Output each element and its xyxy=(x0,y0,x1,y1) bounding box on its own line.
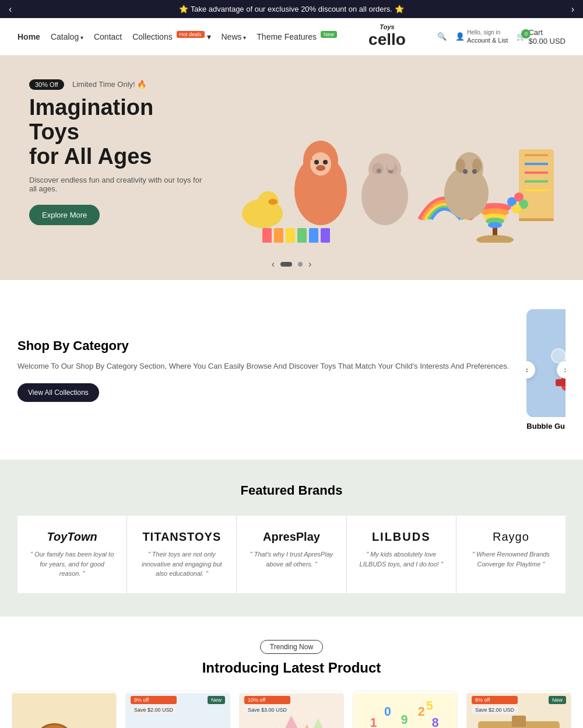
search-button[interactable]: 🔍 xyxy=(437,32,447,41)
product-image-5: 8% off Save $2.00 USD New xyxy=(467,691,571,728)
hero-illustration xyxy=(192,62,566,243)
logo-top: Toys xyxy=(349,24,426,30)
hero-description: Discover endless fun and creativity with… xyxy=(29,176,204,193)
product-card-5[interactable]: 8% off Save $2.00 USD New xyxy=(466,691,571,728)
brands-grid: ToyTown " Our family has been loyal to f… xyxy=(17,516,566,593)
announcement-bar: ‹ ⭐ Take advantage of our exclusive 20% … xyxy=(0,0,583,18)
svg-text:9: 9 xyxy=(401,713,408,726)
nav-home[interactable]: Home xyxy=(17,32,40,41)
svg-point-41 xyxy=(512,204,521,214)
logo-main: cello xyxy=(368,30,406,48)
brand-testimonial-raygo: " Where Renowned Brands Converge for Pla… xyxy=(468,550,554,569)
carousel-next[interactable]: › xyxy=(308,259,311,270)
svg-rect-25 xyxy=(519,149,554,219)
brand-card-raygo[interactable]: Raygo " Where Renowned Brands Converge f… xyxy=(456,516,566,593)
brand-card-titanstoys[interactable]: TITANSTOYS " Their toys are not only inn… xyxy=(127,516,237,593)
brand-testimonial-lilbuds: " My kids absolutely love LILBUDS toys, … xyxy=(359,550,444,569)
product-badges-5: 8% off Save $2.00 USD xyxy=(472,696,518,714)
svg-text:8: 8 xyxy=(432,716,439,728)
carousel-controls: ‹ › xyxy=(0,249,583,280)
discount-badge-5: 8% off xyxy=(472,696,518,704)
nav-collections[interactable]: Collections Hot deals ▾ xyxy=(132,32,210,41)
nav-contact[interactable]: Contact xyxy=(94,32,122,41)
svg-rect-45 xyxy=(297,228,307,243)
brand-card-apresplay[interactable]: ApresPlay " That's why I trust ApresPlay… xyxy=(237,516,346,593)
announcement-prev[interactable]: ‹ xyxy=(9,4,12,15)
svg-rect-55 xyxy=(556,379,566,386)
hero-discount-badge: 30% Off xyxy=(29,79,64,90)
brand-card-lilbuds[interactable]: LILBUDS " My kids absolutely love LILBUD… xyxy=(347,516,456,593)
svg-text:1: 1 xyxy=(370,716,377,728)
cart-button[interactable]: 🛒 0 Cart $0.00 USD xyxy=(517,28,566,46)
announcement-next[interactable]: › xyxy=(571,4,574,15)
carousel-dot-2[interactable] xyxy=(298,262,303,267)
product-card-1[interactable]: Quick Look $23.00 USD Wooden cooking toy… xyxy=(12,691,117,728)
product-image-2: 9% off Save $2.00 USD New Quick Look xyxy=(126,691,230,728)
brand-testimonial-toytown: " Our family has been loyal to for years… xyxy=(29,550,115,579)
new-badge: New xyxy=(321,31,337,38)
hero-content: 30% Off Limited Time Only! 🔥 Imagination… xyxy=(29,79,204,225)
hero-visual xyxy=(175,55,583,249)
featured-brands-title: Featured Brands xyxy=(17,483,566,498)
category-description: Welcome To Our Shop By Category Section,… xyxy=(17,360,509,373)
carousel-prev[interactable]: ‹ xyxy=(272,259,275,270)
announcement-text: ⭐ Take advantage of our exclusive 20% di… xyxy=(179,5,403,13)
main-nav: Home Catalog Contact Collections Hot dea… xyxy=(0,18,583,55)
brand-name-apresplay: ApresPlay xyxy=(248,530,334,544)
trending-pill: Trending Now xyxy=(260,640,323,654)
nav-icons: 🔍 👤 Hello, sign in Account & List 🛒 0 Ca… xyxy=(437,28,566,46)
featured-brands-section: Featured Brands ToyTown " Our family has… xyxy=(0,460,583,617)
hero-title: Imagination Toys for All Ages xyxy=(29,96,204,169)
svg-point-5 xyxy=(310,152,331,176)
discount-badge-2: 9% off xyxy=(131,696,177,704)
hero-section: 30% Off Limited Time Only! 🔥 Imagination… xyxy=(0,55,583,249)
svg-rect-42 xyxy=(262,228,272,243)
svg-rect-46 xyxy=(309,228,318,243)
product-card-3[interactable]: 10% off Save $3.00 USD xyxy=(239,691,344,728)
svg-point-24 xyxy=(476,235,514,243)
svg-point-37 xyxy=(472,169,477,174)
svg-point-9 xyxy=(323,160,328,164)
new-badge-2: New xyxy=(208,696,225,704)
svg-point-36 xyxy=(463,169,468,174)
product-image-1: Quick Look xyxy=(12,691,116,728)
view-all-button[interactable]: View All Collections xyxy=(17,383,99,402)
brand-name-lilbuds: LILBUDS xyxy=(359,530,444,544)
nav-catalog[interactable]: Catalog xyxy=(51,32,83,41)
brand-testimonial-apresplay: " That's why I trust ApresPlay above all… xyxy=(248,550,334,569)
cart-info: Cart $0.00 USD xyxy=(528,28,566,46)
product-card-4[interactable]: 1 0 9 2 8 5 Quick Look $18.00 USD Numbe xyxy=(353,691,458,728)
nav-links: Home Catalog Contact Collections Hot dea… xyxy=(17,32,337,41)
nav-news[interactable]: News xyxy=(222,32,247,41)
svg-rect-44 xyxy=(286,228,295,243)
products-grid: Quick Look $23.00 USD Wooden cooking toy… xyxy=(12,691,571,728)
nav-theme-features[interactable]: Theme Features New xyxy=(257,32,337,41)
discount-badge-3: 10% off xyxy=(244,696,290,704)
category-scroll-container: ‹ xyxy=(526,309,566,430)
svg-text:5: 5 xyxy=(426,699,433,712)
svg-point-15 xyxy=(377,169,381,173)
site-logo[interactable]: Toys cello xyxy=(349,24,426,49)
hero-cta-button[interactable]: Explore More xyxy=(29,205,100,225)
svg-rect-82 xyxy=(12,693,116,728)
products-section: Trending Now Introducing Latest Product xyxy=(0,617,583,728)
shop-category-section: Shop By Category Welcome To Our Shop By … xyxy=(0,280,583,460)
svg-rect-31 xyxy=(519,218,554,221)
category-title: Shop By Category xyxy=(17,338,509,354)
product-card-2[interactable]: 9% off Save $2.00 USD New Quick Look xyxy=(125,691,230,728)
brand-testimonial-titanstoys: " Their toys are not only innovative and… xyxy=(139,550,224,579)
product-badges-3: 10% off Save $3.00 USD xyxy=(244,696,290,714)
svg-point-8 xyxy=(314,160,319,164)
products-title: Introducing Latest Product xyxy=(12,660,571,676)
carousel-dot-1[interactable] xyxy=(280,262,292,267)
brand-name-raygo: Raygo xyxy=(468,530,554,544)
brand-card-toytown[interactable]: ToyTown " Our family has been loyal to f… xyxy=(17,516,127,593)
svg-text:2: 2 xyxy=(418,705,425,718)
product-image-3: 10% off Save $3.00 USD xyxy=(240,691,343,728)
brand-name-titanstoys: TITANSTOYS xyxy=(139,530,224,544)
svg-rect-129 xyxy=(512,716,526,727)
save-badge-2: Save $2.00 USD xyxy=(131,706,177,714)
svg-point-17 xyxy=(387,161,394,170)
collections-chevron: ▾ xyxy=(207,32,211,41)
account-button[interactable]: 👤 Hello, sign in Account & List xyxy=(455,29,508,44)
